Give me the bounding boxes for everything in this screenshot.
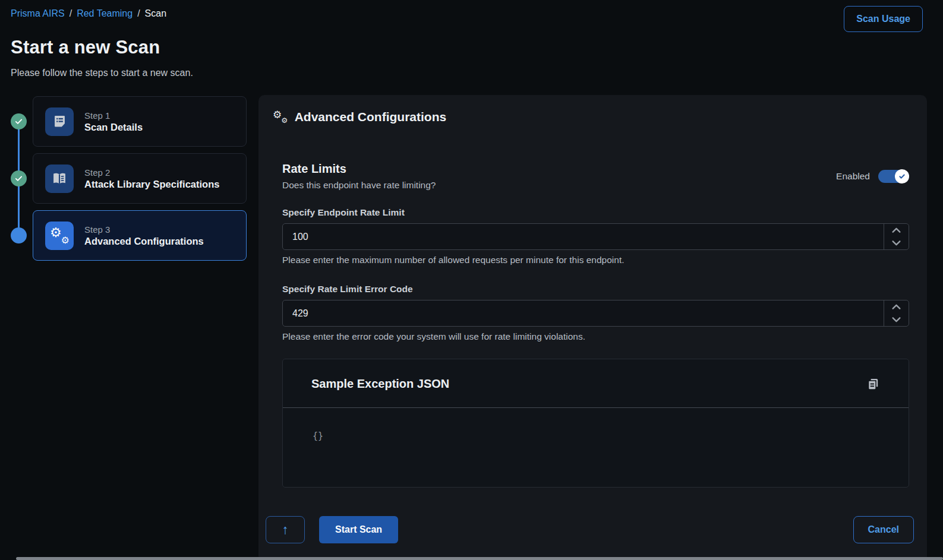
step-2-complete-indicator [11, 170, 27, 186]
endpoint-rate-limit-input[interactable] [283, 224, 884, 249]
rate-limits-question: Does this endpoint have rate limiting? [282, 180, 436, 191]
chevron-down-icon [891, 316, 901, 324]
arrow-up-icon: ↑ [282, 522, 289, 537]
endpoint-rate-limit-label: Specify Endpoint Rate Limit [282, 207, 909, 218]
step-1-complete-indicator [11, 113, 27, 129]
page-title: Start a new Scan [11, 37, 160, 58]
rate-limit-error-code-input-group [282, 300, 909, 327]
page-subtitle: Please follow the steps to start a new s… [11, 68, 193, 78]
rate-limit-error-code-label: Specify Rate Limit Error Code [282, 284, 909, 295]
breadcrumb-separator: / [137, 8, 140, 19]
rate-limit-error-code-increment-button[interactable] [884, 300, 909, 314]
breadcrumb: Prisma AIRS / Red Teaming / Scan [11, 8, 166, 19]
copy-icon [866, 377, 880, 391]
scan-usage-button[interactable]: Scan Usage [844, 6, 923, 32]
rate-limits-heading: Rate Limits [282, 162, 436, 176]
sample-exception-json-title: Sample Exception JSON [311, 377, 449, 391]
breadcrumb-separator: / [70, 8, 72, 19]
horizontal-scrollbar[interactable] [16, 557, 943, 560]
stepper: Step 1 Scan Details Step 2 Att [11, 96, 247, 261]
endpoint-rate-limit-decrement-button[interactable] [884, 237, 909, 250]
step-title: Scan Details [84, 122, 143, 133]
check-icon [14, 174, 23, 183]
endpoint-rate-limit-increment-button[interactable] [884, 224, 909, 237]
step-label: Step 2 [84, 167, 219, 178]
cancel-button[interactable]: Cancel [853, 516, 914, 543]
panel-title: Advanced Configurations [295, 110, 447, 124]
step-card-scan-details[interactable]: Step 1 Scan Details [33, 96, 247, 147]
step-card-attack-library[interactable]: Step 2 Attack Library Specifications [33, 153, 247, 204]
step-label: Step 3 [84, 224, 204, 235]
check-icon [14, 117, 23, 126]
toggle-enabled-label: Enabled [836, 171, 870, 182]
gears-icon: ⚙⚙ [45, 222, 74, 250]
sample-exception-json-card: Sample Exception JSON {} [282, 359, 909, 488]
endpoint-rate-limit-helper: Please enter the maximum number of allow… [282, 255, 909, 265]
breadcrumb-current-scan: Scan [145, 8, 166, 19]
chevron-down-icon [891, 239, 901, 247]
copy-button[interactable] [866, 377, 880, 391]
rate-limit-error-code-decrement-button[interactable] [884, 314, 909, 327]
rate-limit-error-code-helper: Please enter the error code your system … [282, 331, 909, 342]
chevron-up-icon [891, 226, 901, 234]
rate-limits-toggle[interactable] [878, 170, 909, 183]
step-3-current-indicator [11, 227, 27, 243]
json-content: {} [313, 431, 323, 441]
rate-limit-error-code-input[interactable] [283, 300, 884, 326]
open-book-icon [45, 164, 74, 193]
panel-footer: ↑ Start Scan Cancel [266, 516, 914, 543]
start-scan-button[interactable]: Start Scan [319, 516, 398, 543]
step-card-advanced-configurations[interactable]: ⚙⚙ Step 3 Advanced Configurations [33, 210, 247, 261]
breadcrumb-link-prisma-airs[interactable]: Prisma AIRS [11, 8, 65, 19]
gears-icon: ⚙⚙ [273, 110, 288, 124]
json-editor-area[interactable]: {} [283, 407, 909, 487]
app-root: Prisma AIRS / Red Teaming / Scan Scan Us… [0, 0, 943, 560]
advanced-configurations-panel: ⚙⚙ Advanced Configurations Rate Limits D… [258, 95, 927, 560]
breadcrumb-link-red-teaming[interactable]: Red Teaming [77, 8, 133, 19]
step-title: Attack Library Specifications [84, 179, 219, 190]
step-title: Advanced Configurations [84, 236, 204, 247]
chevron-up-icon [891, 303, 901, 311]
previous-step-button[interactable]: ↑ [266, 516, 305, 543]
toggle-knob-check-icon [895, 169, 909, 183]
scan-details-document-icon [45, 107, 74, 136]
step-label: Step 1 [84, 110, 143, 121]
panel-header: ⚙⚙ Advanced Configurations [258, 95, 927, 124]
endpoint-rate-limit-input-group [282, 223, 909, 250]
